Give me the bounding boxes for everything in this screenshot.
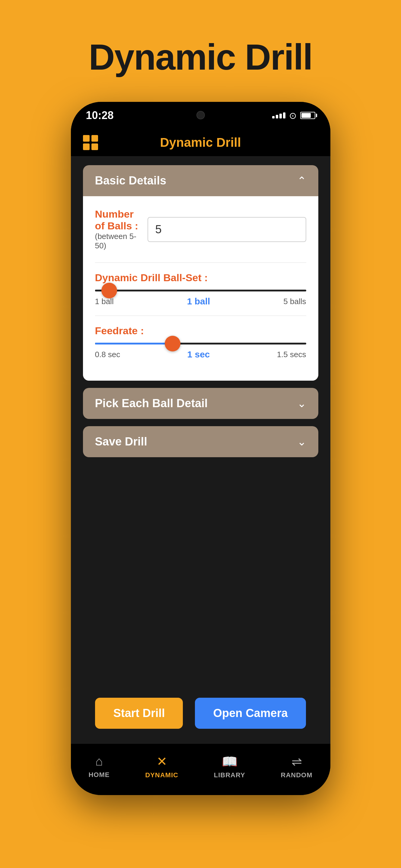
nav-label-home: HOME [88, 771, 110, 779]
nav-item-dynamic[interactable]: ✕ DYNAMIC [145, 754, 178, 779]
screen-content: Basic Details ⌃ Number of Balls : (betwe… [71, 156, 331, 744]
signal-dot-1 [272, 116, 275, 119]
feedrate-labels: 0.8 sec 1 sec 1.5 secs [95, 349, 306, 360]
number-of-balls-label-group: Number of Balls : (between 5-50) [95, 208, 139, 250]
feedrate-center-label: 1 sec [187, 349, 210, 360]
save-drill-header[interactable]: Save Drill ⌄ [83, 426, 318, 457]
ball-set-thumb[interactable] [102, 283, 117, 299]
pick-each-ball-section: Pick Each Ball Detail ⌄ [83, 388, 318, 419]
camera-notch [196, 111, 205, 119]
page-title: Dynamic Drill [89, 36, 312, 78]
save-drill-section: Save Drill ⌄ [83, 426, 318, 457]
pick-each-ball-chevron: ⌄ [297, 397, 306, 410]
grid-cell-4 [91, 144, 98, 150]
signal-dot-3 [279, 114, 282, 119]
basic-details-title: Basic Details [95, 174, 167, 187]
status-time: 10:28 [86, 109, 114, 122]
feedrate-label: Feedrate : [95, 325, 306, 337]
number-of-balls-row: Number of Balls : (between 5-50) [95, 208, 306, 250]
feedrate-thumb[interactable] [165, 336, 180, 351]
grid-icon[interactable] [83, 135, 98, 150]
content-spacer [83, 464, 318, 681]
battery-icon [300, 112, 315, 119]
number-of-balls-sublabel: (between 5-50) [95, 232, 139, 250]
basic-details-section: Basic Details ⌃ Number of Balls : (betwe… [83, 165, 318, 381]
bottom-buttons: Start Drill Open Camera [83, 689, 318, 735]
header-title: Dynamic Drill [98, 135, 303, 150]
basic-details-chevron: ⌃ [297, 175, 306, 187]
nav-item-random[interactable]: ⇌ RANDOM [281, 754, 313, 779]
random-icon: ⇌ [291, 754, 302, 769]
home-icon: ⌂ [95, 754, 103, 769]
phone-shell: 10:28 ⊙ Dynamic Drill [71, 102, 331, 795]
grid-cell-2 [91, 135, 98, 142]
status-icons: ⊙ [272, 110, 315, 121]
basic-details-body: Number of Balls : (between 5-50) Dynamic… [83, 196, 318, 381]
signal-dot-2 [276, 115, 278, 119]
wifi-icon: ⊙ [289, 110, 296, 121]
ball-set-track [95, 290, 306, 291]
app-header: Dynamic Drill [71, 129, 331, 156]
number-of-balls-label: Number of Balls : [95, 208, 139, 232]
feedrate-track [95, 343, 306, 344]
feedrate-max-label: 1.5 secs [277, 350, 306, 359]
library-icon: 📖 [222, 754, 237, 769]
grid-cell-3 [83, 144, 90, 150]
nav-item-home[interactable]: ⌂ HOME [88, 754, 110, 779]
start-drill-button[interactable]: Start Drill [95, 698, 183, 729]
feedrate-slider-container[interactable] [95, 343, 306, 344]
bottom-nav: ⌂ HOME ✕ DYNAMIC 📖 LIBRARY ⇌ RANDOM [71, 744, 331, 795]
status-bar: 10:28 ⊙ [71, 102, 331, 129]
ball-set-center-label: 1 ball [187, 296, 210, 307]
dynamic-icon: ✕ [156, 754, 167, 769]
save-drill-chevron: ⌄ [297, 435, 306, 448]
basic-details-header[interactable]: Basic Details ⌃ [83, 165, 318, 196]
feedrate-min-label: 0.8 sec [95, 350, 120, 359]
divider-2 [95, 315, 306, 316]
divider-1 [95, 262, 306, 263]
nav-label-library: LIBRARY [214, 771, 245, 779]
nav-label-random: RANDOM [281, 771, 313, 779]
ball-set-labels: 1 ball 1 ball 5 balls [95, 296, 306, 307]
feedrate-slider-section: Feedrate : 0.8 sec 1 sec 1.5 secs [95, 325, 306, 360]
battery-fill [302, 113, 311, 118]
signal-dots [272, 113, 285, 119]
nav-label-dynamic: DYNAMIC [145, 771, 178, 779]
feedrate-fill [95, 343, 169, 344]
pick-each-ball-title: Pick Each Ball Detail [95, 397, 208, 410]
ball-set-max-label: 5 balls [283, 297, 306, 306]
ball-set-slider-container[interactable] [95, 290, 306, 291]
pick-each-ball-header[interactable]: Pick Each Ball Detail ⌄ [83, 388, 318, 419]
open-camera-button[interactable]: Open Camera [195, 698, 306, 729]
signal-dot-4 [283, 113, 285, 119]
number-of-balls-input[interactable] [147, 217, 306, 242]
save-drill-title: Save Drill [95, 435, 147, 448]
grid-cell-1 [83, 135, 90, 142]
nav-item-library[interactable]: 📖 LIBRARY [214, 754, 245, 779]
ball-set-slider-section: Dynamic Drill Ball-Set : 1 ball 1 ball 5… [95, 272, 306, 307]
ball-set-label: Dynamic Drill Ball-Set : [95, 272, 306, 284]
